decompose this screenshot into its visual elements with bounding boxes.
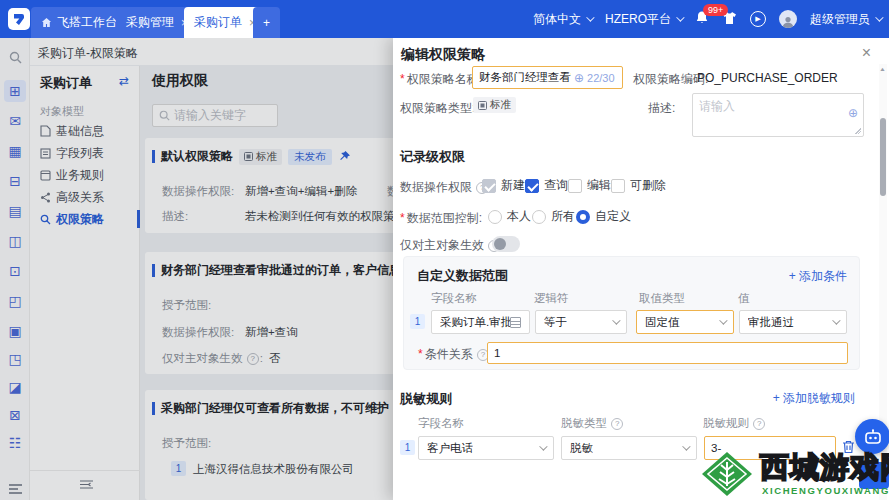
description-textarea[interactable]: ⊕ [692, 93, 864, 137]
add-mask-rule-link[interactable]: + 添加脱敏规则 [773, 390, 855, 407]
pin-icon[interactable] [338, 150, 351, 163]
mask-rule-value[interactable] [711, 442, 823, 454]
trash-icon [842, 440, 855, 454]
checkbox-delete[interactable]: 可删除 [611, 177, 666, 194]
rail-app-icon-2[interactable]: ✉ [4, 110, 26, 132]
value-type-select[interactable]: 固定值 [636, 310, 734, 334]
platform-switcher[interactable]: HZERO平台 [605, 11, 682, 28]
rail-app-icon-10[interactable]: ◳ [4, 348, 26, 370]
chevron-down-icon [612, 316, 620, 324]
scroll-up-icon[interactable]: ▲ [879, 67, 886, 73]
rail-app-icon-3[interactable]: ▦ [4, 140, 26, 162]
col-header: 字段名称 [418, 416, 464, 431]
tree-item-business-rules[interactable]: 业务规则 [30, 165, 140, 185]
tab-workbench[interactable]: 飞搭工作台 [31, 7, 127, 38]
globe-icon[interactable]: ⊕ [574, 71, 584, 85]
lookup-table-icon[interactable] [510, 317, 521, 328]
obscured-floating-button[interactable] [859, 462, 889, 489]
tree-item-advanced-relations[interactable]: 高级关系 [30, 187, 140, 207]
rail-app-icon-11[interactable]: ◪ [4, 376, 26, 398]
policy-card-purchase[interactable]: 采购部门经理仅可查看所有数据，不可维护 标准 授予范围: 1 上海汉得信息技术股… [145, 390, 430, 500]
radio-icon[interactable] [488, 210, 502, 224]
app-logo-icon[interactable] [8, 8, 30, 30]
radio-icon[interactable] [576, 210, 590, 224]
rail-app-icon-12[interactable]: ⊠ [4, 404, 26, 426]
add-condition-link[interactable]: + 添加条件 [789, 268, 847, 285]
field-name-select[interactable]: 采购订单.审批状态 [431, 310, 530, 334]
col-header: 取值类型 [639, 291, 685, 306]
username-label: 超级管理员 [810, 11, 870, 28]
relation-input[interactable] [487, 342, 848, 364]
checkbox-edit[interactable]: 编辑 [568, 177, 611, 194]
close-icon[interactable]: × [862, 44, 871, 62]
collapse-panel-icon[interactable] [80, 479, 93, 493]
language-switcher[interactable]: 简体中文 [533, 11, 592, 28]
radio-icon[interactable] [532, 210, 546, 224]
value-select[interactable]: 审批通过 [739, 310, 847, 334]
assistant-floating-button[interactable] [855, 419, 889, 454]
guide-play-button[interactable]: ▶ [750, 11, 766, 27]
scrollbar-thumb[interactable] [880, 118, 886, 196]
policy-name-input[interactable]: ⊕ 22/30 [472, 66, 623, 89]
radio-custom[interactable]: 自定义 [576, 208, 631, 225]
chevron-down-icon [586, 13, 594, 21]
mask-field-select[interactable]: 客户电话 [418, 436, 554, 460]
policy-name-value[interactable] [479, 72, 571, 84]
checkbox-icon[interactable] [525, 179, 539, 193]
rail-app-icon-8[interactable]: ◰ [4, 290, 26, 312]
rail-app-icon-4[interactable]: ⊟ [4, 170, 26, 192]
checkbox-query[interactable]: 查询 [525, 177, 568, 194]
rail-app-icon-9[interactable]: ▣ [4, 320, 26, 342]
rail-app-icon-1[interactable]: ⊞ [4, 80, 26, 102]
search-icon [159, 110, 170, 121]
avatar[interactable] [779, 10, 797, 28]
scope-label: *数据范围控制: [400, 210, 482, 227]
row-value: 新增+查询+编辑+删除 [245, 184, 357, 199]
mask-type-select[interactable]: 脱敏 [561, 436, 697, 460]
relation-value[interactable] [494, 347, 834, 359]
name-label: *权限策略名称: [400, 71, 482, 88]
rail-app-icon-6[interactable]: ◫ [4, 230, 26, 252]
operator-select[interactable]: 等于 [535, 310, 627, 334]
rail-app-icon-13[interactable]: ☷ [4, 432, 26, 454]
policy-card-default[interactable]: 默认权限策略 标准 未发布 数据操作权限: 新增+查询+编辑+删除 数据范围控制… [145, 138, 430, 233]
rail-glyph: ◫ [8, 233, 21, 249]
active-indicator [137, 210, 140, 228]
user-menu[interactable]: 超级管理员 [810, 11, 881, 28]
globe-icon[interactable]: ⊕ [848, 106, 858, 120]
swap-object-icon[interactable]: ⇄ [119, 74, 129, 88]
checkbox-create[interactable]: 新建 [482, 177, 525, 194]
master-toggle[interactable] [492, 236, 520, 252]
relation-icon [40, 192, 51, 203]
rail-search-icon[interactable] [4, 46, 26, 68]
col-header: 逻辑符 [534, 291, 569, 306]
rail-app-icon-5[interactable]: ▤ [4, 200, 26, 222]
search-input[interactable]: 请输入关键字 [152, 104, 278, 127]
custom-range-title: 自定义数据范围 [417, 267, 508, 285]
description-value[interactable] [693, 94, 843, 134]
tree-item-field-list[interactable]: 字段列表 [30, 143, 140, 163]
policy-card-finance[interactable]: 财务部门经理查看审批通过的订单，客户信息脱敏 授予范围: 数据操作权限: 新增+… [145, 252, 430, 374]
new-tab-button[interactable]: + [253, 7, 280, 38]
edit-policy-drawer: 编辑权限策略 × *权限策略名称: ⊕ 22/30 权限策略编码: PO_PUR… [393, 38, 889, 500]
delete-row-button[interactable] [842, 440, 855, 457]
notifications-button[interactable]: 99+ [695, 10, 709, 28]
checkbox-icon[interactable] [611, 179, 625, 193]
row-value: 上海汉得信息技术股份有限公司 [193, 462, 354, 477]
checkbox-icon[interactable] [568, 179, 582, 193]
robot-icon [864, 429, 882, 445]
col-header: 脱敏类型 ? [561, 416, 624, 431]
rail-app-icon-7[interactable]: ⊡ [4, 260, 26, 282]
checkbox-icon[interactable] [482, 179, 496, 193]
tree-item-permission-policy[interactable]: 权限策略 [30, 209, 140, 229]
radio-self[interactable]: 本人 [488, 208, 531, 225]
resize-handle-icon[interactable] [854, 127, 861, 134]
status-badge: 未发布 [288, 149, 332, 165]
window-icon [40, 170, 51, 181]
chevron-down-icon [875, 13, 883, 21]
card-title: 采购部门经理仅可查看所有数据，不可维护 [161, 400, 389, 417]
tree-item-basic-info[interactable]: 基础信息 [30, 121, 140, 141]
rail-menu-icon[interactable] [4, 478, 26, 500]
mask-rule-input[interactable] [704, 436, 836, 460]
radio-all[interactable]: 所有 [532, 208, 575, 225]
